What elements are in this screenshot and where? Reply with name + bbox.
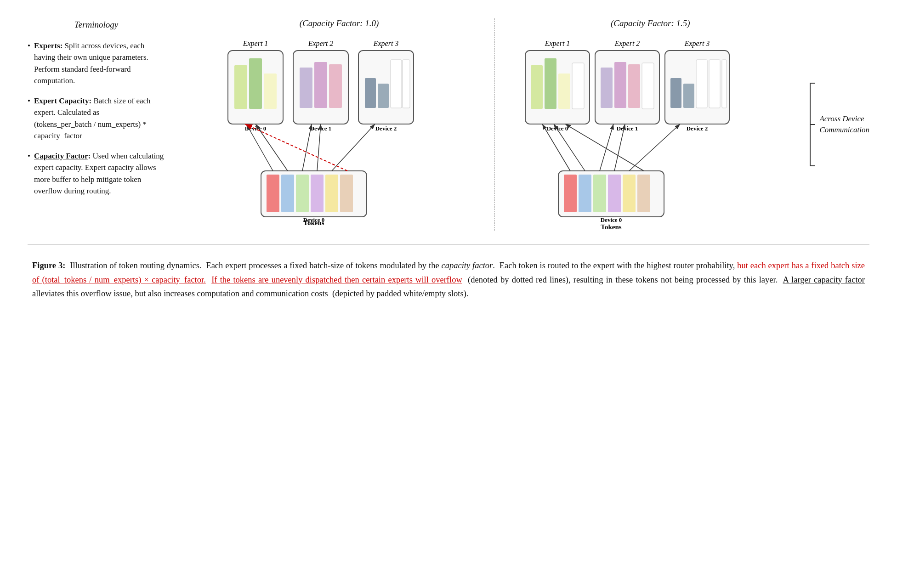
across-device-area: Across DeviceCommunication [801,18,869,231]
svg-rect-10 [314,62,327,108]
cap15-svg: Expert 1 Expert 2 Expert 3 Device 0 [517,38,783,231]
svg-text:Expert 2: Expert 2 [308,40,334,48]
cap10-svg: Expert 1 Expert 2 Expert 3 Device 0 [215,38,463,231]
terminology-list: Experts: Split across devices, each havi… [28,40,165,197]
svg-line-69 [554,124,585,171]
svg-text:Expert 3: Expert 3 [684,40,710,48]
svg-rect-11 [329,64,342,108]
svg-rect-9 [300,68,312,108]
svg-rect-52 [670,78,681,108]
svg-rect-61 [593,175,606,212]
svg-text:Device 1: Device 1 [617,125,638,132]
svg-line-32 [332,124,375,171]
svg-rect-14 [365,78,376,108]
diagrams-right: (Capacity Factor: 1.0) Expert 1 Expert 2… [179,18,869,231]
svg-text:Expert 1: Expert 1 [545,40,570,48]
svg-rect-62 [608,175,621,212]
svg-text:Device 0: Device 0 [303,216,325,223]
cap15-title: (Capacity Factor: 1.5) [611,18,690,28]
svg-rect-48 [628,64,640,108]
svg-text:Device 0: Device 0 [601,216,622,223]
svg-rect-64 [637,175,650,212]
term-capacity-formula: (tokens_per_batch / num_experts) * capac… [34,120,147,141]
terminology-item-experts: Experts: Split across devices, each havi… [28,40,165,87]
svg-text:Expert 2: Expert 2 [614,40,640,48]
terminology-section: Terminology Experts: Split across device… [28,18,179,231]
term-experts: Experts: [34,41,62,50]
svg-rect-47 [614,62,626,108]
caption-text: Illustration of token routing dynamics. … [32,261,865,298]
svg-line-30 [302,124,312,171]
svg-rect-40 [531,65,543,109]
caption-red2: If the tokens are unevenly dis­patched t… [211,275,462,284]
svg-rect-15 [378,84,389,108]
diagram-area: Terminology Experts: Split across device… [28,18,869,245]
diagram-cap10: (Capacity Factor: 1.0) Expert 1 Expert 2… [193,18,485,231]
svg-text:Tokens: Tokens [601,223,622,231]
svg-rect-56 [722,60,727,108]
svg-rect-20 [267,175,279,212]
figure-container: Terminology Experts: Split across device… [28,18,869,301]
svg-rect-6 [264,74,277,109]
svg-rect-63 [623,175,636,212]
svg-rect-41 [545,58,556,109]
svg-rect-22 [296,175,309,212]
svg-rect-46 [601,68,613,108]
svg-rect-49 [642,63,654,109]
svg-rect-54 [696,60,707,108]
term-cf: Capacity Factor: [34,152,91,160]
svg-line-29 [255,124,288,171]
diagram-cap15: (Capacity Factor: 1.5) Expert 1 Expert 2… [494,18,796,231]
svg-rect-24 [325,175,338,212]
svg-rect-5 [249,58,262,109]
svg-rect-21 [281,175,294,212]
svg-rect-59 [564,175,577,212]
svg-rect-42 [558,74,570,109]
svg-rect-53 [683,84,694,108]
terminology-item-cf: Capacity Factor: Used when calculating e… [28,150,165,197]
svg-rect-60 [579,175,591,212]
svg-text:Expert 1: Expert 1 [243,40,268,48]
across-device-label: Across DeviceCommunication [819,113,869,136]
svg-rect-16 [391,60,402,108]
svg-rect-43 [572,63,584,109]
svg-text:Expert 3: Expert 3 [373,40,399,48]
caption-link-token-routing: token routing dynamics. [119,261,202,270]
terminology-heading: Terminology [28,18,165,32]
figure-number: Figure 3: [32,261,65,270]
terminology-item-capacity: Expert Capacity: Batch size of each expe… [28,95,165,142]
svg-text:Device 2: Device 2 [375,125,397,132]
term-capacity: Expert Capacity: [34,96,91,105]
svg-rect-17 [403,60,410,108]
bracket-svg [806,79,819,170]
cap10-title: (Capacity Factor: 1.0) [300,18,379,28]
svg-line-70 [600,124,613,171]
caption-italic-cf: capacity factor [442,261,493,270]
figure-caption: Figure 3: Illustration of token routing … [28,259,869,301]
svg-text:Device 2: Device 2 [687,125,708,132]
svg-rect-23 [311,175,324,212]
svg-rect-55 [709,60,720,108]
svg-rect-4 [234,65,247,109]
svg-text:Device 0: Device 0 [547,125,568,132]
svg-rect-25 [340,175,353,212]
